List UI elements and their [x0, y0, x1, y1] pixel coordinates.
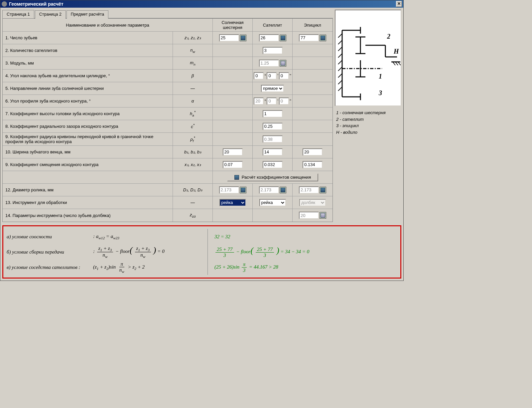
hand-select[interactable]: прямое — [261, 85, 284, 92]
alpha-deg[interactable] — [254, 98, 264, 105]
legend-h: H - водило — [336, 129, 400, 136]
b2-input[interactable] — [263, 148, 283, 156]
x2-input[interactable] — [263, 161, 283, 168]
d3-input[interactable] — [299, 186, 319, 194]
row-width: 10. Ширина зубчатого венца, мм b₁, b₂, b… — [3, 146, 332, 158]
row-tool: 13. Инструмент для обработки — рейка рей… — [3, 196, 332, 209]
svg-line-3 — [338, 47, 342, 51]
mn-eraser-icon[interactable] — [280, 60, 286, 67]
svg-line-1 — [338, 34, 342, 38]
row-calc-shift: Расчёт коэффициентов смещения — [3, 171, 332, 184]
formula-a-lhs: : aw12 = aw23 — [93, 234, 207, 240]
formula-b-rhs: 25 + 773 − floor( 25 + 773 ) = 34 − 34 =… — [214, 246, 397, 258]
svg-line-2 — [338, 40, 342, 44]
row-shift: 9. Коэффициент смещения исходного контур… — [3, 158, 332, 171]
tool1-select[interactable]: рейка — [219, 199, 246, 206]
calc-shift-button[interactable]: Расчёт коэффициентов смещения — [227, 173, 318, 181]
c-input[interactable] — [263, 123, 283, 130]
rho-input[interactable] — [263, 135, 283, 143]
legend-3: 3 - эпицикл — [336, 122, 400, 129]
row-ha: 7. Коэффициент высоты головки зуба исход… — [3, 107, 332, 120]
formula-c-lhs: (z1 + z2)sin πnw > z2 + 2 — [93, 261, 207, 274]
app-icon — [2, 1, 7, 7]
col-sun: Солнечная шестерня — [213, 19, 253, 31]
svg-text:H: H — [393, 48, 399, 55]
row-hand: 5. Направление линии зуба солнечной шест… — [3, 82, 332, 95]
row-teeth: 1. Число зубьев z₁, z₂, z₃ — [3, 32, 332, 44]
b3-input[interactable] — [303, 148, 323, 156]
svg-line-6 — [338, 67, 342, 71]
tool3-select[interactable]: долбяк — [299, 199, 326, 206]
row-tool-params: 14. Параметры инструмента (число зубьев … — [3, 209, 332, 222]
z2-input[interactable] — [259, 34, 279, 42]
z03-eraser-icon[interactable] — [320, 212, 326, 219]
z1-input[interactable] — [219, 34, 239, 42]
col-sat: Сателлит — [253, 19, 293, 31]
close-button[interactable]: ✕ — [396, 1, 402, 7]
svg-line-7 — [338, 74, 342, 78]
b1-input[interactable] — [223, 148, 243, 156]
tab-strip: Страница 1 Страница 2 Предмет расчёта — [2, 10, 333, 18]
grid-header: Наименование и обозначение параметра Сол… — [3, 19, 332, 32]
row-satellites: 2. Количество сателлитов nw — [3, 44, 332, 57]
d3-calc-icon[interactable] — [320, 187, 326, 193]
d2-input[interactable] — [259, 186, 279, 194]
formula-c-rhs: (25 + 26)sin π3 = 44.167 > 28 — [214, 262, 397, 273]
window-title: Геометрический расчёт — [9, 1, 64, 7]
x3-input[interactable] — [303, 161, 323, 168]
d2-calc-icon[interactable] — [280, 187, 286, 193]
svg-line-5 — [338, 60, 342, 64]
diagram-legend: 1 - солнечная шестерня 2 - сателлит 3 - … — [335, 108, 401, 137]
ha-input[interactable] — [263, 110, 283, 117]
alpha-sec[interactable] — [279, 98, 289, 105]
beta-min[interactable] — [267, 72, 277, 80]
z03-input[interactable] — [299, 212, 319, 219]
svg-text:1: 1 — [379, 73, 382, 80]
formula-b-lhs: : z1 + z3nw − floor( z1 + z3nw ) = 0 — [93, 245, 207, 258]
mn-input[interactable] — [259, 60, 279, 67]
row-helix-angle: 4. Угол наклона зубьев на делительном ци… — [3, 70, 332, 82]
z3-input[interactable] — [299, 34, 319, 42]
row-c: 8. Коэффициент радиального зазора исходн… — [3, 120, 332, 133]
beta-sec[interactable] — [279, 72, 289, 80]
tab-page1[interactable]: Страница 1 — [2, 10, 34, 18]
tab-subject[interactable]: Предмет расчёта — [66, 10, 108, 19]
condition-formulas: а) условие соосности : aw12 = aw23 б) ус… — [2, 225, 401, 279]
z1-calc-icon[interactable] — [240, 35, 246, 41]
legend-1: 1 - солнечная шестерня — [336, 109, 400, 116]
row-rho: 9. Коэффициент радиуса кривизны переходн… — [3, 133, 332, 146]
z2-calc-icon[interactable] — [280, 35, 286, 41]
legend-2: 2 - сателлит — [336, 116, 400, 123]
row-module: 3. Модуль, мм mn — [3, 57, 332, 70]
svg-line-8 — [338, 80, 342, 84]
svg-line-4 — [338, 54, 342, 58]
d1-calc-icon[interactable] — [240, 187, 246, 193]
z3-calc-icon[interactable] — [320, 35, 326, 41]
title-bar: Геометрический расчёт ✕ — [0, 0, 403, 8]
tool2-select[interactable]: рейка — [259, 199, 286, 206]
kinematic-diagram: 2 H 1 3 — [335, 10, 401, 106]
app-window: Геометрический расчёт ✕ Страница 1 Стран… — [0, 0, 404, 281]
col-epi: Эпицикл — [293, 19, 332, 31]
svg-text:2: 2 — [387, 33, 390, 40]
alpha-min[interactable] — [267, 98, 277, 105]
d1-input[interactable] — [219, 186, 239, 194]
col-name: Наименование и обозначение параметра — [3, 19, 213, 31]
row-roller: 12. Диаметр ролика, мм D₁, D₂, D₃ — [3, 184, 332, 196]
calculator-icon — [234, 175, 239, 180]
parameter-grid: Наименование и обозначение параметра Сол… — [2, 18, 333, 222]
row-profile-angle: 6. Угол профиля зуба исходного контура, … — [3, 95, 332, 107]
nw-input[interactable] — [263, 47, 283, 54]
svg-line-9 — [338, 87, 342, 91]
formula-a-rhs: 32 = 32 — [214, 234, 397, 240]
beta-deg[interactable] — [254, 72, 264, 80]
svg-text:3: 3 — [378, 89, 382, 97]
x1-input[interactable] — [223, 161, 243, 168]
tab-page2[interactable]: Страница 2 — [35, 10, 66, 19]
